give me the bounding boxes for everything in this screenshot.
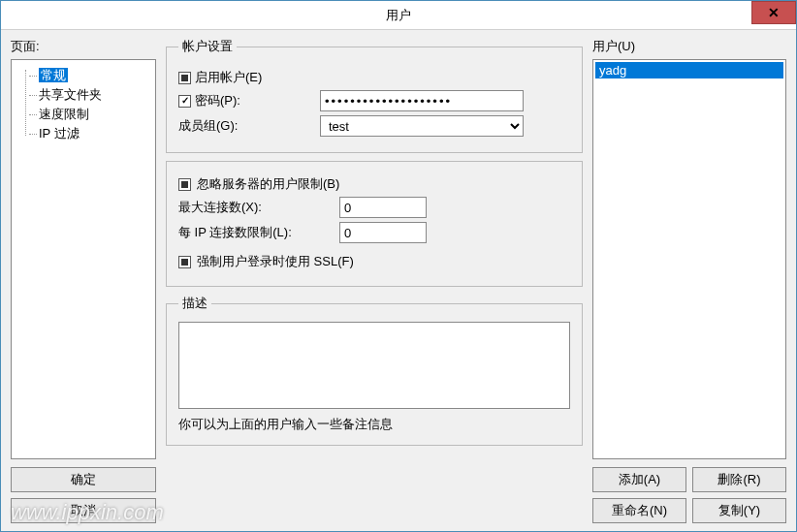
tree-item-label: 常规 (39, 68, 68, 82)
right-column: 用户(U) yadg 添加(A) 删除(R) 重命名(N) 复制(Y) (592, 38, 786, 523)
force-ssl-label: 强制用户登录时使用 SSL(F) (197, 253, 354, 270)
bypass-checkbox[interactable] (178, 178, 191, 191)
enable-account-checkbox[interactable] (178, 72, 191, 84)
user-buttons: 添加(A) 删除(R) 重命名(N) 复制(Y) (592, 467, 786, 523)
password-label: 密码(P): (195, 92, 240, 110)
dialog-body: 页面: 常规 共享文件夹 速度限制 IP 过滤 确定 取消 帐户设置 启用帐户 (1, 30, 796, 531)
group-row: 成员组(G): test (178, 115, 570, 137)
group-label: 成员组(G): (178, 117, 238, 135)
limits-group: 忽略服务器的用户限制(B) 最大连接数(X): 每 IP 连接数限制(L): (166, 161, 583, 287)
page-tree[interactable]: 常规 共享文件夹 速度限制 IP 过滤 (11, 59, 156, 459)
password-checkbox[interactable] (178, 95, 191, 108)
description-hint: 你可以为上面的用户输入一些备注信息 (178, 416, 570, 433)
max-conn-input[interactable] (339, 197, 427, 218)
add-user-button[interactable]: 添加(A) (592, 467, 686, 492)
remove-user-button[interactable]: 删除(R) (692, 467, 786, 492)
per-ip-row: 每 IP 连接数限制(L): (178, 222, 570, 243)
description-textarea[interactable] (178, 322, 570, 409)
tree-item-label: IP 过滤 (39, 126, 80, 141)
titlebar: 用户 ✕ (1, 1, 796, 30)
rename-user-button[interactable]: 重命名(N) (592, 498, 686, 523)
sidebar-label: 页面: (11, 38, 156, 55)
tree-item-general[interactable]: 常规 (16, 66, 151, 85)
bypass-label: 忽略服务器的用户限制(B) (197, 175, 339, 193)
copy-user-button[interactable]: 复制(Y) (692, 498, 786, 523)
max-conn-label: 最大连接数(X): (178, 199, 262, 216)
per-ip-label: 每 IP 连接数限制(L): (178, 224, 292, 241)
force-ssl-row: 强制用户登录时使用 SSL(F) (178, 253, 570, 270)
tree-item-label: 共享文件夹 (39, 87, 102, 102)
cancel-button[interactable]: 取消 (11, 498, 156, 523)
left-column: 页面: 常规 共享文件夹 速度限制 IP 过滤 确定 取消 (11, 38, 156, 523)
middle-column: 帐户设置 启用帐户(E) 密码(P): 成员组(G): (166, 38, 583, 523)
enable-account-label: 启用帐户(E) (195, 69, 262, 86)
ok-button[interactable]: 确定 (11, 467, 156, 492)
per-ip-input[interactable] (339, 222, 427, 243)
account-settings-legend: 帐户设置 (178, 38, 237, 55)
password-row: 密码(P): (178, 90, 570, 111)
close-button[interactable]: ✕ (751, 1, 796, 24)
force-ssl-checkbox[interactable] (178, 256, 191, 268)
user-list-item[interactable]: yadg (595, 62, 783, 78)
description-legend: 描述 (178, 295, 211, 312)
enable-account-row: 启用帐户(E) (178, 69, 570, 86)
user-list[interactable]: yadg (592, 59, 786, 459)
bypass-row: 忽略服务器的用户限制(B) (178, 175, 570, 193)
tree-item-shared-folders[interactable]: 共享文件夹 (16, 85, 151, 105)
close-icon: ✕ (768, 5, 780, 20)
max-conn-row: 最大连接数(X): (178, 197, 570, 218)
account-settings-group: 帐户设置 启用帐户(E) 密码(P): 成员组(G): (166, 38, 583, 153)
group-select[interactable]: test (320, 115, 524, 137)
dialog-window: 用户 ✕ 页面: 常规 共享文件夹 速度限制 IP 过滤 确定 取消 帐户设置 (0, 0, 797, 532)
tree-item-label: 速度限制 (39, 107, 89, 121)
description-group: 描述 你可以为上面的用户输入一些备注信息 (166, 295, 583, 446)
tree-item-ip-filter[interactable]: IP 过滤 (16, 124, 151, 143)
password-input[interactable] (320, 90, 524, 111)
window-title: 用户 (386, 7, 411, 24)
users-label: 用户(U) (592, 38, 786, 55)
user-list-item-label: yadg (599, 63, 626, 78)
left-buttons: 确定 取消 (11, 467, 156, 523)
tree-item-speed-limits[interactable]: 速度限制 (16, 105, 151, 124)
